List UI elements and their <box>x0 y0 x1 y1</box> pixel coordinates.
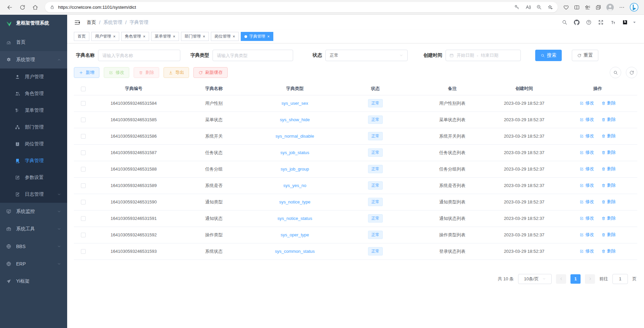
collapse-sidebar-icon[interactable] <box>74 19 81 26</box>
row-delete-link[interactable]: 删除 <box>601 116 616 123</box>
row-delete-link[interactable]: 删除 <box>601 232 616 238</box>
export-button[interactable]: 导出 <box>164 67 189 78</box>
dict-type-link[interactable]: sys_notice_status <box>277 216 312 221</box>
browser-home-button[interactable] <box>30 2 41 13</box>
dict-type-link[interactable]: sys_show_hide <box>280 117 310 122</box>
row-delete-link[interactable]: 删除 <box>601 166 616 172</box>
row-edit-link[interactable]: 修改 <box>580 199 594 205</box>
row-edit-link[interactable]: 修改 <box>580 116 594 123</box>
row-delete-link[interactable]: 删除 <box>601 149 616 155</box>
row-delete-link[interactable]: 删除 <box>601 215 616 221</box>
tag-close-icon[interactable]: × <box>113 35 116 39</box>
toggle-search-button[interactable] <box>610 67 621 78</box>
tag-close-icon[interactable]: × <box>267 35 270 39</box>
row-edit-link[interactable]: 修改 <box>580 232 594 238</box>
dict-type-input[interactable] <box>213 50 293 61</box>
fullscreen-icon[interactable] <box>598 19 604 25</box>
search-button[interactable]: 搜索 <box>535 50 562 61</box>
date-range-picker[interactable]: 开始日期 - 结束日期 <box>446 50 521 61</box>
tag-tab[interactable]: 菜单管理 × <box>151 32 179 41</box>
row-checkbox[interactable] <box>81 118 86 122</box>
add-button[interactable]: 新增 <box>74 67 99 78</box>
sidebar-item[interactable]: 岗位管理 <box>0 136 67 152</box>
page-size-select[interactable]: 10条/页 <box>518 274 552 284</box>
sidebar-item[interactable]: 参数设置 <box>0 169 67 186</box>
row-checkbox[interactable] <box>81 134 86 139</box>
row-checkbox[interactable] <box>81 216 86 221</box>
split-screen-icon[interactable] <box>574 4 580 10</box>
row-edit-link[interactable]: 修改 <box>580 215 594 221</box>
row-checkbox[interactable] <box>81 233 86 237</box>
tag-close-icon[interactable]: × <box>203 35 205 39</box>
row-checkbox[interactable] <box>81 150 86 155</box>
sidebar-item[interactable]: 菜单管理 <box>0 102 67 119</box>
row-checkbox[interactable] <box>81 167 86 172</box>
dict-name-input[interactable] <box>98 50 180 61</box>
dict-type-link[interactable]: sys_notice_type <box>279 199 310 204</box>
goto-page-input[interactable] <box>612 274 628 284</box>
current-page-button[interactable]: 1 <box>570 274 581 284</box>
browser-refresh-button[interactable] <box>17 2 28 13</box>
key-icon[interactable] <box>514 4 520 10</box>
browser-essentials-icon[interactable] <box>563 4 569 10</box>
row-edit-link[interactable]: 修改 <box>580 248 594 254</box>
sidebar-item[interactable]: 用户管理 <box>0 68 67 85</box>
row-edit-link[interactable]: 修改 <box>580 182 594 188</box>
github-icon[interactable] <box>574 19 580 25</box>
browser-back-button[interactable] <box>4 2 15 13</box>
sidebar-item[interactable]: 首页 <box>0 34 67 51</box>
tag-tab[interactable]: 字典管理 × <box>241 32 273 41</box>
dict-type-link[interactable]: sys_common_status <box>275 249 315 254</box>
row-edit-link[interactable]: 修改 <box>580 149 594 155</box>
refresh-cache-button[interactable]: 刷新缓存 <box>193 67 228 78</box>
caret-down-icon[interactable] <box>632 19 637 25</box>
tag-tab[interactable]: 岗位管理 × <box>211 32 239 41</box>
status-select[interactable]: 正常 <box>325 50 408 61</box>
row-delete-link[interactable]: 删除 <box>601 199 616 205</box>
zoom-out-icon[interactable] <box>536 4 542 10</box>
sidebar-item[interactable]: 系统工具 <box>0 220 67 238</box>
tag-tab[interactable]: 用户管理 × <box>91 32 119 41</box>
tag-tab[interactable]: 首页 <box>74 32 89 41</box>
sidebar-item[interactable]: 部门管理 <box>0 119 67 136</box>
address-bar[interactable]: https://ccnetcore.com:1101/system/dict <box>45 2 558 12</box>
row-checkbox[interactable] <box>81 101 86 106</box>
collections-icon[interactable] <box>595 4 601 10</box>
row-delete-link[interactable]: 删除 <box>601 133 616 139</box>
sidebar-item[interactable]: ERP <box>0 255 67 273</box>
select-all-checkbox[interactable] <box>81 87 86 91</box>
sidebar-item[interactable]: 系统管理 <box>0 51 67 68</box>
breadcrumb-home[interactable]: 首页 <box>87 19 96 26</box>
dict-type-link[interactable]: sys_yes_no <box>283 183 307 188</box>
bing-icon[interactable] <box>630 3 639 12</box>
row-delete-link[interactable]: 删除 <box>601 182 616 188</box>
tag-close-icon[interactable]: × <box>143 35 145 39</box>
row-checkbox[interactable] <box>81 183 86 188</box>
tag-close-icon[interactable]: × <box>173 35 175 39</box>
row-checkbox[interactable] <box>81 200 86 204</box>
search-icon[interactable] <box>562 19 567 25</box>
sidebar-item[interactable]: 角色管理 <box>0 85 67 102</box>
read-aloud-icon[interactable] <box>525 4 531 10</box>
dict-type-link[interactable]: sys_job_status <box>280 150 309 155</box>
sidebar-item[interactable]: 系统监控 <box>0 203 67 220</box>
dict-type-link[interactable]: sys_user_sex <box>281 101 308 106</box>
tag-tab[interactable]: 部门管理 × <box>181 32 209 41</box>
star-plus-icon[interactable] <box>547 4 553 10</box>
sidebar-item[interactable]: 字典管理 <box>0 152 67 169</box>
row-edit-link[interactable]: 修改 <box>580 166 594 172</box>
user-logo[interactable] <box>622 19 628 25</box>
tag-tab[interactable]: 角色管理 × <box>121 32 149 41</box>
font-size-icon[interactable] <box>610 19 616 25</box>
row-delete-link[interactable]: 删除 <box>601 248 616 254</box>
reset-button[interactable]: 重置 <box>572 50 598 61</box>
row-delete-link[interactable]: 删除 <box>601 100 616 106</box>
question-icon[interactable] <box>586 19 592 25</box>
profile-avatar[interactable] <box>606 3 614 11</box>
more-icon[interactable] <box>619 4 625 10</box>
refresh-table-button[interactable] <box>626 67 637 78</box>
dict-type-link[interactable]: sys_normal_disable <box>276 134 314 139</box>
favorites-bar-icon[interactable] <box>585 4 591 10</box>
tag-close-icon[interactable]: × <box>233 35 235 39</box>
row-checkbox[interactable] <box>81 249 86 254</box>
